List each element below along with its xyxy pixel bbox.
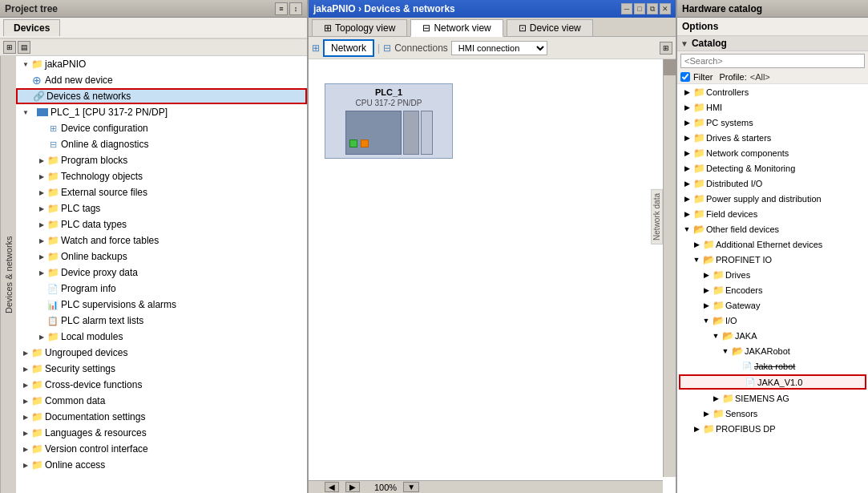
network-button[interactable]: Network xyxy=(323,39,374,57)
tree-item-online-access[interactable]: ▶ 📁 Online access xyxy=(16,457,307,473)
devices-tab-button[interactable]: Devices xyxy=(3,19,60,36)
catalog-collapse-arrow[interactable]: ▼ xyxy=(680,39,688,48)
tree-item-program-blocks[interactable]: ▶ 📁 Program blocks xyxy=(16,152,307,168)
topology-icon: ⊞ xyxy=(324,22,332,34)
tree-item-security[interactable]: ▶ 📁 Security settings xyxy=(16,361,307,377)
tree-item-local-modules[interactable]: ▶ 📁 Local modules xyxy=(16,329,307,345)
close-button[interactable]: ✕ xyxy=(660,3,671,14)
cat-label-profinet-io: PROFINET IO xyxy=(716,255,772,265)
tree-item-program-info[interactable]: 📄 Program info xyxy=(16,281,307,297)
toolbar-extra-btn[interactable]: ⊞ xyxy=(660,42,672,55)
tab-network[interactable]: ⊟ Network view xyxy=(410,19,503,37)
cat-item-jaka-robot[interactable]: ▼ 📂 JAKARobot xyxy=(677,343,868,358)
cat-item-jaka-v1[interactable]: 📄 JAKA_V1.0 xyxy=(679,374,866,390)
cat-item-siemens-ag[interactable]: ▶ 📁 SIEMENS AG xyxy=(677,390,868,406)
cat-item-detecting-monitoring[interactable]: ▶ 📁 Detecting & Monitoring xyxy=(677,160,868,176)
tree-item-tech-objects[interactable]: ▶ 📁 Technology objects xyxy=(16,168,307,184)
program-blocks-icon: 📁 xyxy=(46,154,59,167)
tree-item-cross-device[interactable]: ▶ 📁 Cross-device functions xyxy=(16,377,307,393)
cat-arrow-jaka: ▼ xyxy=(711,331,721,341)
cat-item-jaka-robot-item[interactable]: 📄 Jaka robot xyxy=(677,358,868,374)
tree-item-ext-sources[interactable]: ▶ 📁 External source files xyxy=(16,184,307,200)
cat-item-gateway[interactable]: ▶ 📁 Gateway xyxy=(677,297,868,313)
filter-checkbox[interactable] xyxy=(680,72,690,82)
scroll-right-btn[interactable]: ▶ xyxy=(345,482,360,492)
tree-item-watch-tables[interactable]: ▶ 📁 Watch and force tables xyxy=(16,232,307,249)
connection-type-select[interactable]: HMI connection xyxy=(451,41,547,55)
watch-tables-icon: 📁 xyxy=(46,234,59,247)
cat-item-distributed-io[interactable]: ▶ 📁 Distributed I/O xyxy=(677,176,868,191)
cat-item-profinet-io[interactable]: ▼ 📂 PROFINET IO xyxy=(677,252,868,267)
cat-item-field-devices[interactable]: ▶ 📁 Field devices xyxy=(677,206,868,221)
cat-item-sensors[interactable]: ▶ 📁 Sensors xyxy=(677,406,868,421)
tab-topology[interactable]: ⊞ Topology view xyxy=(312,19,407,36)
tree-label-local-modules: Local modules xyxy=(61,331,123,342)
cat-doc-icon-jaka-v1: 📄 xyxy=(745,377,756,388)
security-icon: 📁 xyxy=(30,362,43,375)
tree-item-online-diag[interactable]: ⊟ Online & diagnostics xyxy=(16,136,307,152)
canvas-area: PLC_1 CPU 317-2 PN/DP Network data xyxy=(309,59,676,493)
tree-label-ext-sources: External source files xyxy=(61,187,147,198)
cat-item-other-field[interactable]: ▼ 📂 Other field devices xyxy=(677,221,868,236)
tree-item-plc1[interactable]: ▼ PLC_1 [CPU 317-2 PN/DP] xyxy=(16,104,307,120)
cat-item-drives[interactable]: ▶ 📁 Drives xyxy=(677,267,868,282)
cat-item-power-supply[interactable]: ▶ 📁 Power supply and distribution xyxy=(677,191,868,206)
tree-icon-btn-1[interactable]: ≡ xyxy=(275,2,288,15)
cat-item-pc-systems[interactable]: ▶ 📁 PC systems xyxy=(677,115,868,130)
tab-topology-label: Topology view xyxy=(335,22,395,34)
tree-item-plc-alarm-texts[interactable]: 📋 PLC alarm text lists xyxy=(16,313,307,329)
tab-device[interactable]: ⊡ Device view xyxy=(507,19,593,36)
tree-arrow-languages: ▶ xyxy=(21,428,30,438)
cat-item-additional-ethernet[interactable]: ▶ 📁 Additional Ethernet devices xyxy=(677,236,868,252)
cat-arrow-pc-systems: ▶ xyxy=(682,118,692,127)
catalog-header: ▼ Catalog xyxy=(677,36,868,51)
tree-item-device-proxy[interactable]: ▶ 📁 Device proxy data xyxy=(16,265,307,281)
cat-item-encoders[interactable]: ▶ 📁 Encoders xyxy=(677,282,868,297)
tree-label-cross-device: Cross-device functions xyxy=(45,379,142,390)
cat-item-controllers[interactable]: ▶ 📁 Controllers xyxy=(677,84,868,99)
tree-item-add-device[interactable]: ⊕ Add new device xyxy=(16,72,307,88)
cat-arrow-other-field: ▼ xyxy=(682,224,692,234)
tree-toolbar-btn-1[interactable]: ⊞ xyxy=(3,41,16,54)
cat-item-jaka[interactable]: ▼ 📂 JAKA xyxy=(677,328,868,343)
restore-button[interactable]: ⧉ xyxy=(647,3,658,14)
cat-folder-icon-io: 📂 xyxy=(713,315,724,326)
maximize-button[interactable]: □ xyxy=(634,3,645,14)
tree-item-online-backups[interactable]: ▶ 📁 Online backups xyxy=(16,249,307,265)
tree-item-plc-datatypes[interactable]: ▶ 📁 PLC data types xyxy=(16,216,307,232)
tree-arrow-ungrouped: ▶ xyxy=(21,348,30,358)
tree-item-version-control[interactable]: ▶ 📁 Version control interface xyxy=(16,441,307,457)
tree-toolbar-btn-2[interactable]: ▤ xyxy=(18,41,30,54)
cat-item-network-components[interactable]: ▶ 📁 Network components xyxy=(677,145,868,160)
tree-item-devices-networks[interactable]: 🔗 Devices & networks xyxy=(16,88,307,104)
cat-item-profibus-dp[interactable]: ▶ 📁 PROFIBUS DP xyxy=(677,421,868,436)
catalog-section: ▼ Catalog Filter Profile: <All> ▶ 📁 Cont… xyxy=(677,36,868,493)
device-proxy-icon: 📁 xyxy=(46,266,59,279)
plc1-icon xyxy=(37,108,48,116)
catalog-search-input[interactable] xyxy=(680,54,865,68)
devices-tab-bar: Devices xyxy=(0,18,307,39)
plc-device-block[interactable]: PLC_1 CPU 317-2 PN/DP xyxy=(325,83,453,159)
tree-item-device-config[interactable]: ⊞ Device configuration xyxy=(16,120,307,136)
tree-label-plc-alarm-texts: PLC alarm text lists xyxy=(61,315,143,326)
tree-item-plc-supervisions[interactable]: 📊 PLC supervisions & alarms xyxy=(16,297,307,313)
cat-item-drives-starters[interactable]: ▶ 📁 Drives & starters xyxy=(677,130,868,145)
zoom-dropdown-btn[interactable]: ▼ xyxy=(403,482,419,492)
tree-item-root[interactable]: ▼ 📁 jakaPNIO xyxy=(16,56,307,72)
cat-item-io[interactable]: ▼ 📂 I/O xyxy=(677,313,868,328)
tree-item-doc-settings[interactable]: ▶ 📁 Documentation settings xyxy=(16,409,307,425)
tree-item-plc-tags[interactable]: ▶ 📁 PLC tags xyxy=(16,200,307,216)
cat-label-controllers: Controllers xyxy=(706,87,749,97)
tree-item-languages[interactable]: ▶ 📁 Languages & resources xyxy=(16,425,307,441)
scroll-left-btn[interactable]: ◀ xyxy=(325,482,339,492)
canvas-scrollbar-right[interactable] xyxy=(663,59,676,477)
tree-toolbar: ⊞ ▤ xyxy=(0,39,307,56)
cat-arrow-profinet-io: ▼ xyxy=(692,255,701,265)
tree-item-ungrouped[interactable]: ▶ 📁 Ungrouped devices xyxy=(16,345,307,361)
cat-item-hmi[interactable]: ▶ 📁 HMI xyxy=(677,99,868,115)
tree-content: ▼ 📁 jakaPNIO ⊕ Add new device 🔗 Devices … xyxy=(16,56,307,493)
minimize-button[interactable]: ─ xyxy=(621,3,632,14)
plc-main-body xyxy=(345,111,402,155)
tree-item-common-data[interactable]: ▶ 📁 Common data xyxy=(16,393,307,409)
tree-icon-btn-2[interactable]: ↕ xyxy=(289,2,302,15)
